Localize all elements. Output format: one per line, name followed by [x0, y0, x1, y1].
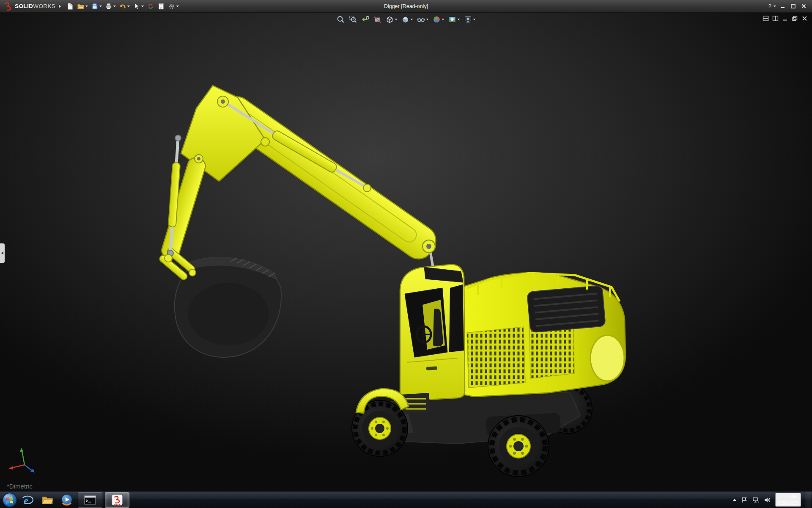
new-document-icon	[66, 3, 74, 10]
chevron-up-icon	[733, 499, 736, 501]
appearance-sphere-icon	[433, 15, 441, 24]
document-minimize-button[interactable]	[782, 15, 788, 22]
previous-view-icon	[361, 15, 370, 24]
section-view-button[interactable]	[373, 14, 383, 25]
network-tray-icon[interactable]	[752, 497, 759, 503]
digger-model[interactable]	[0, 13, 812, 491]
tile-horizontal-button[interactable]	[763, 15, 769, 22]
dropdown-caret[interactable]	[395, 19, 398, 20]
side-grille-left	[467, 327, 525, 388]
dropdown-caret[interactable]	[473, 19, 476, 20]
dropdown-caret[interactable]	[442, 19, 444, 20]
brand-text: SOLIDWORKS	[15, 3, 55, 9]
zoom-to-fit-button[interactable]	[336, 14, 346, 25]
solidworks-year-badge: 2015	[105, 504, 129, 507]
hidden-icons-button[interactable]	[733, 499, 736, 501]
save-button[interactable]	[90, 1, 103, 12]
help-button[interactable]: ?	[768, 3, 776, 9]
taskbar-clock[interactable]: 2:27 PM 6/26/2015	[775, 493, 801, 507]
taskbar-media-player[interactable]	[57, 491, 77, 508]
dropdown-caret[interactable]	[176, 6, 179, 7]
featuremanager-flyout-tab[interactable]	[0, 243, 5, 263]
display-style-cube-icon	[401, 15, 410, 24]
solidworks-logo-icon	[3, 2, 13, 11]
boom-arm[interactable]	[181, 86, 442, 265]
open-folder-icon	[77, 3, 85, 10]
help-glyph: ?	[768, 3, 771, 9]
view-orientation-button[interactable]	[385, 14, 398, 25]
new-button[interactable]	[65, 1, 75, 12]
dropdown-caret[interactable]	[141, 6, 144, 7]
close-button[interactable]	[800, 3, 808, 9]
show-desktop-button[interactable]	[806, 491, 811, 508]
save-icon	[91, 3, 99, 10]
titlebar-controls: ?	[768, 3, 812, 9]
document-close-icon	[801, 15, 808, 22]
graphics-viewport[interactable]: *Dimetric	[0, 13, 812, 491]
minimize-icon	[780, 3, 785, 9]
previous-view-button[interactable]	[360, 14, 370, 25]
triad-y-axis	[20, 448, 24, 452]
quick-access-toolbar	[65, 1, 180, 12]
volume-tray-icon[interactable]	[764, 497, 771, 503]
dropdown-caret[interactable]	[85, 6, 88, 7]
speaker-icon	[764, 497, 771, 503]
rebuild-button[interactable]	[145, 1, 156, 12]
document-restore-button[interactable]	[792, 15, 798, 22]
taskbar-explorer[interactable]	[38, 491, 57, 508]
apply-scene-button[interactable]	[447, 14, 461, 25]
tile-horizontal-icon	[763, 15, 769, 22]
maximize-button[interactable]	[789, 3, 797, 9]
close-icon	[801, 3, 807, 9]
stick-arm[interactable]	[160, 156, 207, 261]
display-style-button[interactable]	[401, 14, 414, 25]
dropdown-caret[interactable]	[99, 6, 102, 7]
menu-expand-arrow[interactable]	[59, 5, 61, 8]
zoom-to-area-button[interactable]	[348, 14, 358, 25]
rebuild-icon	[147, 3, 154, 10]
clock-time: 2:27 PM	[778, 494, 798, 500]
windows-start-icon	[2, 492, 17, 508]
boom-base-joint-pin	[426, 244, 431, 249]
network-icon	[752, 497, 759, 503]
glasses-icon	[417, 15, 425, 24]
undo-button[interactable]	[118, 1, 131, 12]
dropdown-caret[interactable]	[426, 19, 429, 20]
taskbar-command-prompt[interactable]	[78, 492, 102, 508]
edit-appearance-button[interactable]	[432, 14, 445, 25]
gear-icon	[168, 3, 176, 10]
start-button[interactable]	[1, 491, 18, 508]
file-properties-button[interactable]	[156, 1, 166, 12]
taskbar-solidworks[interactable]: 2015	[105, 492, 129, 508]
select-cursor-icon	[133, 3, 140, 10]
dropdown-caret[interactable]	[774, 6, 776, 7]
cab[interactable]	[400, 265, 465, 401]
tile-vertical-icon	[772, 15, 779, 22]
options-button[interactable]	[167, 1, 180, 12]
rear-panel-recess	[590, 335, 624, 381]
wheel-rear-left[interactable]	[488, 416, 549, 477]
system-tray: 2:27 PM 6/26/2015	[733, 491, 812, 508]
print-button[interactable]	[104, 1, 117, 12]
dropdown-caret[interactable]	[458, 19, 460, 20]
taskbar-ie[interactable]: e	[18, 491, 38, 508]
minimize-button[interactable]	[779, 3, 787, 9]
view-orientation-cube-icon	[386, 15, 394, 24]
zoom-to-area-icon	[349, 15, 357, 24]
folder-icon	[41, 494, 54, 506]
dropdown-caret[interactable]	[127, 6, 130, 7]
taskbar: e	[0, 491, 812, 508]
view-settings-button[interactable]	[463, 14, 477, 25]
tile-vertical-button[interactable]	[772, 15, 779, 22]
screen: SOLIDWORKS	[0, 0, 812, 508]
select-button[interactable]	[132, 1, 145, 12]
dropdown-caret[interactable]	[113, 6, 116, 7]
dropdown-caret[interactable]	[411, 19, 413, 20]
hide-show-items-button[interactable]	[416, 14, 430, 25]
open-button[interactable]	[76, 1, 89, 12]
action-center-tray-icon[interactable]	[741, 497, 748, 503]
door-handle	[426, 366, 437, 370]
document-close-button[interactable]	[801, 15, 808, 22]
engine-housing[interactable]	[459, 273, 625, 397]
cab-side-window	[449, 284, 464, 352]
